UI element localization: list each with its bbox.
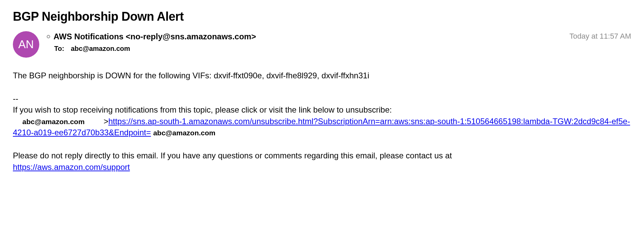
meta-block: AWS Notifications <no-reply@sns.amazonaw… bbox=[47, 31, 570, 53]
status-circle-icon bbox=[47, 35, 50, 38]
support-link[interactable]: https://aws.amazon.com/support bbox=[13, 162, 130, 172]
timestamp: Today at 11:57 AM bbox=[570, 31, 631, 41]
unsub-prefix-email: abc@amazon.com bbox=[22, 118, 85, 125]
avatar: AN bbox=[13, 31, 39, 58]
unsubscribe-intro: If you wish to stop receiving notificati… bbox=[13, 104, 631, 116]
email-body: The BGP neighborship is DOWN for the fol… bbox=[13, 70, 631, 173]
email-subject: BGP Neighborship Down Alert bbox=[13, 9, 631, 24]
from-text: AWS Notifications <no-reply@sns.amazonaw… bbox=[53, 32, 256, 41]
noreply-text: Please do not reply directly to this ema… bbox=[13, 151, 452, 160]
unsub-angle: > bbox=[104, 117, 108, 126]
unsubscribe-line: abc@amazon.com>https://sns.ap-south-1.am… bbox=[13, 116, 631, 138]
to-line: To: abc@amazon.com bbox=[54, 45, 570, 53]
alert-message: The BGP neighborship is DOWN for the fol… bbox=[13, 70, 631, 81]
email-header: AN AWS Notifications <no-reply@sns.amazo… bbox=[13, 31, 631, 58]
to-value: abc@amazon.com bbox=[71, 45, 130, 52]
avatar-initials: AN bbox=[18, 38, 34, 51]
separator: -- bbox=[13, 93, 631, 104]
to-label: To: bbox=[54, 45, 64, 52]
from-line: AWS Notifications <no-reply@sns.amazonaw… bbox=[47, 32, 570, 41]
noreply-note: Please do not reply directly to this ema… bbox=[13, 150, 631, 173]
unsub-suffix-email: abc@amazon.com bbox=[153, 129, 215, 137]
